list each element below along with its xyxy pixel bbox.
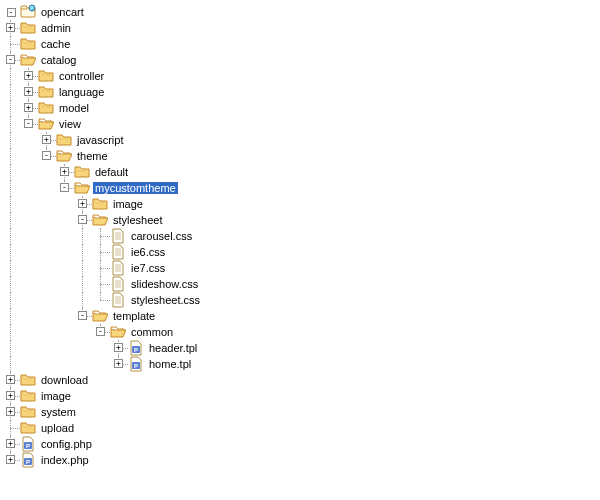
tree-node-ie7[interactable]: ie7.css [2, 260, 598, 276]
tree-node-controller[interactable]: +controller [2, 68, 598, 84]
expand-icon[interactable]: + [6, 23, 15, 32]
tree-node-root[interactable]: -Popencart [2, 4, 598, 20]
expand-icon[interactable]: + [24, 71, 33, 80]
tree-node-system[interactable]: +system [2, 404, 598, 420]
tree-node-common[interactable]: -common [2, 324, 598, 340]
tree-node-label[interactable]: theme [75, 150, 110, 162]
tree-node-stylesheetcss[interactable]: stylesheet.css [2, 292, 598, 308]
tree-node-catalog[interactable]: -catalog [2, 52, 598, 68]
tree-node-image2[interactable]: +image [2, 388, 598, 404]
tree-node-home[interactable]: +Phome.tpl [2, 356, 598, 372]
expand-icon[interactable]: + [6, 375, 15, 384]
tree-node-slideshow[interactable]: slideshow.css [2, 276, 598, 292]
tree-node-label[interactable]: ie7.css [129, 262, 167, 274]
file-icon [110, 260, 126, 276]
tree-node-upload[interactable]: upload [2, 420, 598, 436]
tree-node-label[interactable]: upload [39, 422, 76, 434]
tree-node-javascript[interactable]: +javascript [2, 132, 598, 148]
tree-node-label[interactable]: template [111, 310, 157, 322]
tree-node-label[interactable]: ie6.css [129, 246, 167, 258]
svg-text:P: P [134, 363, 138, 369]
expand-icon[interactable]: + [42, 135, 51, 144]
tree-node-view[interactable]: -view [2, 116, 598, 132]
tree-node-label[interactable]: home.tpl [147, 358, 193, 370]
tree-node-ie6[interactable]: ie6.css [2, 244, 598, 260]
collapse-icon[interactable]: - [96, 327, 105, 336]
file-icon [110, 228, 126, 244]
tree-node-label[interactable]: mycustomtheme [93, 182, 178, 194]
folder-open-icon [92, 212, 108, 228]
folder-closed-icon [20, 372, 36, 388]
tree-node-carousel[interactable]: carousel.css [2, 228, 598, 244]
expand-icon[interactable]: + [114, 343, 123, 352]
tree-node-label[interactable]: image [39, 390, 73, 402]
svg-text:P: P [26, 443, 30, 449]
svg-text:P: P [26, 459, 30, 465]
tree-node-label[interactable]: stylesheet.css [129, 294, 202, 306]
folder-closed-icon [74, 164, 90, 180]
folder-open-icon [20, 52, 36, 68]
expand-icon[interactable]: + [6, 407, 15, 416]
file-php-icon: P [20, 436, 36, 452]
tree-node-label[interactable]: header.tpl [147, 342, 199, 354]
tree-node-label[interactable]: admin [39, 22, 73, 34]
tree-node-label[interactable]: view [57, 118, 83, 130]
tree-node-model[interactable]: +model [2, 100, 598, 116]
collapse-icon[interactable]: - [7, 8, 16, 17]
tree-node-header[interactable]: +Pheader.tpl [2, 340, 598, 356]
svg-rect-1 [21, 6, 27, 9]
tree-node-download[interactable]: +download [2, 372, 598, 388]
tree-node-admin[interactable]: +admin [2, 20, 598, 36]
tree-node-label[interactable]: stylesheet [111, 214, 165, 226]
tree-node-label[interactable]: system [39, 406, 78, 418]
expand-icon[interactable]: + [24, 87, 33, 96]
folder-closed-icon [20, 420, 36, 436]
expand-icon[interactable]: + [114, 359, 123, 368]
tree-node-label[interactable]: index.php [39, 454, 91, 466]
tree-node-template[interactable]: -template [2, 308, 598, 324]
tree-node-label[interactable]: config.php [39, 438, 94, 450]
expand-icon[interactable]: + [24, 103, 33, 112]
expand-icon[interactable]: + [6, 455, 15, 464]
tree-node-label[interactable]: opencart [39, 6, 86, 18]
tree-node-cache[interactable]: cache [2, 36, 598, 52]
collapse-icon[interactable]: - [78, 311, 87, 320]
folder-open-icon [92, 308, 108, 324]
expand-icon[interactable]: + [60, 167, 69, 176]
folder-closed-icon [20, 404, 36, 420]
collapse-icon[interactable]: - [78, 215, 87, 224]
expand-icon[interactable]: + [6, 439, 15, 448]
tree-node-mycustomtheme[interactable]: -mycustomtheme [2, 180, 598, 196]
folder-open-icon [38, 116, 54, 132]
collapse-icon[interactable]: - [6, 55, 15, 64]
file-tree: -Popencart+admincache-catalog+controller… [0, 0, 600, 472]
tree-node-theme[interactable]: -theme [2, 148, 598, 164]
expand-icon[interactable]: + [78, 199, 87, 208]
collapse-icon[interactable]: - [60, 183, 69, 192]
folder-closed-icon [20, 388, 36, 404]
tree-node-label[interactable]: default [93, 166, 130, 178]
tree-node-image[interactable]: +image [2, 196, 598, 212]
collapse-icon[interactable]: - [24, 119, 33, 128]
tree-node-stylesheet[interactable]: -stylesheet [2, 212, 598, 228]
tree-node-label[interactable]: download [39, 374, 90, 386]
tree-node-label[interactable]: cache [39, 38, 72, 50]
tree-node-index[interactable]: +Pindex.php [2, 452, 598, 468]
tree-node-label[interactable]: javascript [75, 134, 125, 146]
tree-node-label[interactable]: controller [57, 70, 106, 82]
folder-open-icon [74, 180, 90, 196]
tree-node-label[interactable]: image [111, 198, 145, 210]
tree-node-label[interactable]: common [129, 326, 175, 338]
tree-node-label[interactable]: model [57, 102, 91, 114]
svg-text:P: P [134, 347, 138, 353]
folder-closed-icon [92, 196, 108, 212]
tree-node-language[interactable]: +language [2, 84, 598, 100]
tree-node-config[interactable]: +Pconfig.php [2, 436, 598, 452]
collapse-icon[interactable]: - [42, 151, 51, 160]
expand-icon[interactable]: + [6, 391, 15, 400]
tree-node-label[interactable]: language [57, 86, 106, 98]
tree-node-label[interactable]: carousel.css [129, 230, 194, 242]
tree-node-label[interactable]: slideshow.css [129, 278, 200, 290]
tree-node-default[interactable]: +default [2, 164, 598, 180]
tree-node-label[interactable]: catalog [39, 54, 78, 66]
